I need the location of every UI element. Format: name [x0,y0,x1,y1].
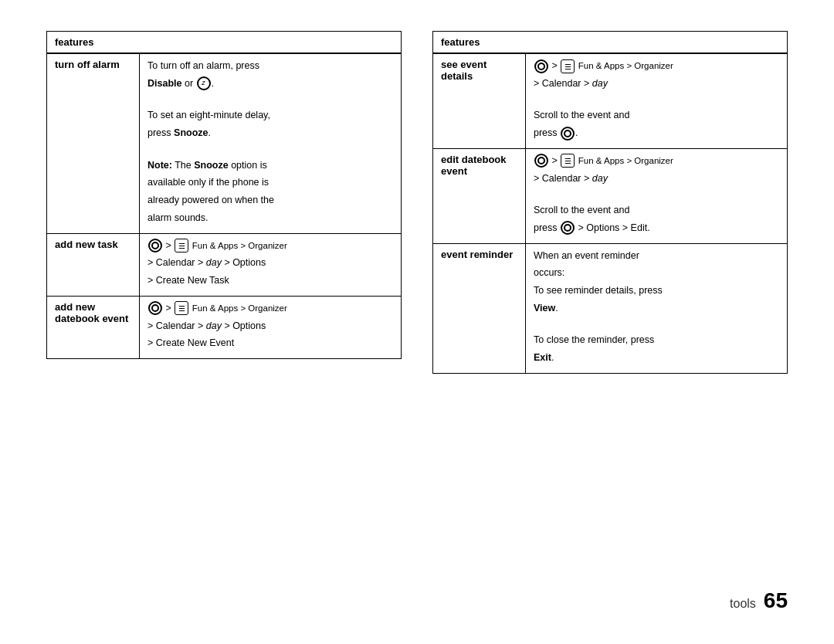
feature-label: edit datebookevent [433,148,526,243]
page-content: features turn off alarm To turn off an a… [0,0,834,644]
nav-icon [534,59,548,73]
bold-text: Snooze [194,160,228,171]
italic-text: day [592,78,608,89]
bold-text: View [534,303,555,314]
right-table-header-row: features [433,32,788,54]
content-line: To turn off an alarm, press [147,59,393,73]
content-line: When an event reminder [534,249,779,263]
content-line: Exit. [534,351,779,365]
content-line: > Fun & Apps > Organizer [147,239,393,253]
content-line: Scroll to the event and [534,203,779,218]
feature-label: add newdatebook event [47,296,140,358]
content-line: press . [534,126,779,141]
content-line: Disable or . [147,76,393,91]
page-footer: tools 65 [730,588,788,613]
menu-icon [175,301,188,315]
tables-row: features turn off alarm To turn off an a… [46,31,788,374]
table-row: edit datebookevent > Fun & Apps > Organi… [433,148,788,243]
right-feature-table: features see eventdetails > Fun & Apps >… [432,31,788,374]
content-line: To close the reminder, press [534,333,779,347]
nav-icon [561,127,575,141]
content-line: occurs: [534,266,779,280]
content-line: Scroll to the event and [534,108,779,123]
content-line: > Calendar > day > Options [147,256,393,270]
table-row: see eventdetails > Fun & Apps > Organize… [433,53,788,148]
menu-icon [561,154,575,168]
content-line: > Calendar > day [534,171,779,186]
nav-path-text: Fun & Apps > Organizer [578,61,673,70]
content-line: To see reminder details, press [534,283,779,298]
nav-icon [148,301,162,315]
content-line: > Calendar > day [534,76,779,91]
arrow: > [165,240,174,251]
table-row: event reminder When an event reminder oc… [433,243,788,373]
left-table-header: features [47,32,402,54]
table-row: add newdatebook event > Fun & Apps > Org… [47,296,402,358]
content-line: already powered on when the [147,193,393,208]
footer-page-number: 65 [764,588,788,613]
content-line: View. [534,301,779,316]
content-line: > Calendar > day > Options [147,319,393,334]
feature-content: > Fun & Apps > Organizer > Calendar > da… [526,148,788,243]
feature-label: see eventdetails [433,53,526,148]
nav-icon [534,154,548,168]
feature-content: > Fun & Apps > Organizer > Calendar > da… [140,233,402,296]
left-feature-table: features turn off alarm To turn off an a… [46,31,402,359]
content-line: > Create New Task [147,273,393,288]
content-line: > Fun & Apps > Organizer [534,59,779,73]
snooze-icon [197,76,211,90]
nav-icon [148,239,162,253]
bold-text: Disable [147,78,181,89]
feature-label: add new task [47,233,140,296]
menu-icon [561,59,575,73]
content-line: > Fun & Apps > Organizer [147,301,393,316]
bold-text: Snooze [174,127,208,138]
table-row: turn off alarm To turn off an alarm, pre… [47,53,402,233]
feature-content: > Fun & Apps > Organizer > Calendar > da… [526,53,788,148]
italic-text: day [592,173,608,184]
nav-path-text: Fun & Apps > Organizer [192,241,287,250]
feature-content: > Fun & Apps > Organizer > Calendar > da… [140,296,402,358]
feature-content: When an event reminder occurs: To see re… [526,243,788,373]
content-line: available only if the phone is [147,175,393,190]
content-line: alarm sounds. [147,211,393,225]
right-table-header: features [433,32,788,54]
arrow: > [551,60,560,71]
content-line: > Create New Event [147,336,393,351]
content-line: press > Options > Edit. [534,221,779,236]
feature-content: To turn off an alarm, press Disable or .… [140,53,402,233]
note-label: Note: [147,160,172,171]
content-line: press Snooze. [147,126,393,141]
arrow: > [165,303,174,314]
bold-text: Exit [534,352,551,363]
italic-text: day [206,257,222,268]
nav-path-text: Fun & Apps > Organizer [578,156,673,165]
nav-path-text: Fun & Apps > Organizer [192,303,287,313]
menu-icon [175,239,188,253]
content-line: Note: The Snooze option is [147,158,393,173]
table-row: add new task > Fun & Apps > Organizer > … [47,233,402,296]
feature-label: turn off alarm [47,53,140,233]
content-line: > Fun & Apps > Organizer [534,154,779,168]
arrow: > [551,155,560,166]
italic-text: day [206,320,222,331]
feature-label: event reminder [433,243,526,373]
left-table-header-row: features [47,32,402,54]
content-line: To set an eight-minute delay, [147,108,393,123]
footer-word: tools [730,597,756,611]
nav-icon [561,221,575,235]
